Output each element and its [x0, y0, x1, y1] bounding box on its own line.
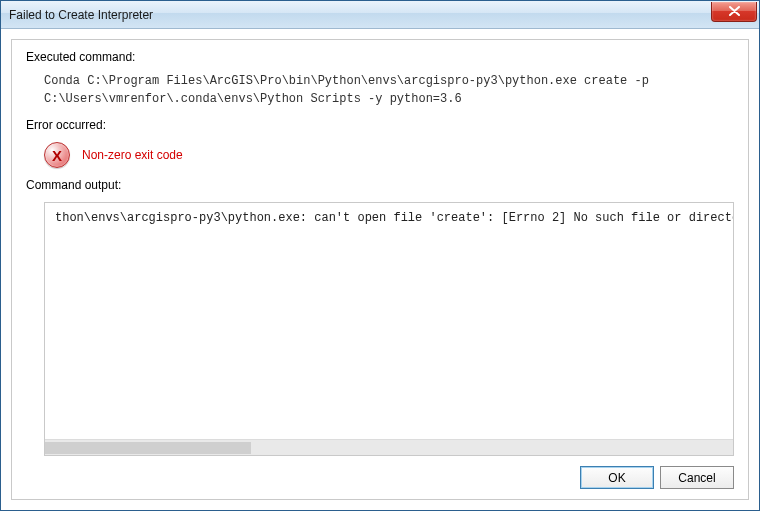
close-icon — [729, 6, 740, 16]
cancel-button[interactable]: Cancel — [660, 466, 734, 489]
error-occurred-label: Error occurred: — [26, 118, 734, 132]
command-output-text[interactable]: thon\envs\arcgispro-py3\python.exe: can'… — [45, 203, 733, 439]
window-title: Failed to Create Interpreter — [9, 8, 711, 22]
error-icon: X — [44, 142, 70, 168]
horizontal-scrollbar[interactable] — [45, 439, 733, 455]
button-row: OK Cancel — [26, 456, 734, 489]
close-button[interactable] — [711, 2, 757, 22]
error-message: Non-zero exit code — [82, 148, 183, 162]
titlebar[interactable]: Failed to Create Interpreter — [1, 1, 759, 29]
scrollbar-thumb[interactable] — [45, 442, 251, 454]
error-x-glyph: X — [52, 148, 62, 163]
command-output-label: Command output: — [26, 178, 734, 192]
dialog-window: Failed to Create Interpreter Executed co… — [0, 0, 760, 511]
dialog-content: Executed command: Conda C:\Program Files… — [1, 29, 759, 510]
executed-command-label: Executed command: — [26, 50, 734, 64]
command-output-box: thon\envs\arcgispro-py3\python.exe: can'… — [44, 202, 734, 456]
command-output-section: Command output: thon\envs\arcgispro-py3\… — [26, 178, 734, 456]
executed-command-text: Conda C:\Program Files\ArcGIS\Pro\bin\Py… — [26, 70, 734, 118]
ok-button[interactable]: OK — [580, 466, 654, 489]
inner-panel: Executed command: Conda C:\Program Files… — [11, 39, 749, 500]
error-row: X Non-zero exit code — [26, 138, 734, 178]
